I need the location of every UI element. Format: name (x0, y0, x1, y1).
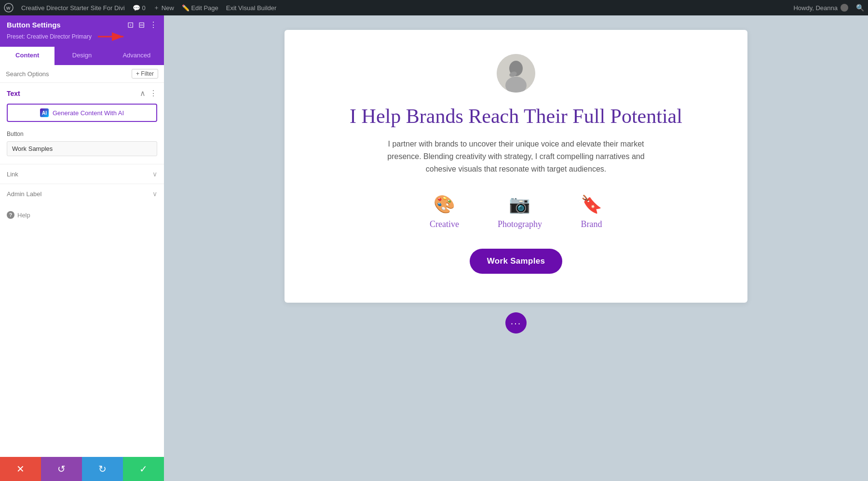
redo-button[interactable]: ↻ (82, 457, 123, 481)
cta-work-samples-button[interactable]: Work Samples (470, 249, 562, 274)
more-options-icon[interactable]: ⋮ (149, 20, 157, 29)
service-brand: 🔖 Brand (581, 194, 602, 229)
brand-bookmark-icon: 🔖 (581, 194, 602, 214)
panel-body: + Filter Text ∧ ⋮ AI Generate Content Wi… (0, 65, 164, 457)
service-photography-label: Photography (498, 219, 542, 229)
services-row: 🎨 Creative 📷 Photography 🔖 Brand (430, 194, 602, 229)
button-field-label: Button (0, 129, 164, 139)
link-section-title: Link (7, 171, 18, 178)
save-button[interactable]: ✓ (123, 457, 164, 481)
undo-button[interactable]: ↺ (41, 457, 82, 481)
text-section-title: Text (7, 90, 20, 97)
help-label: Help (17, 212, 30, 219)
red-arrow-icon (95, 31, 129, 42)
link-chevron-icon: ∨ (152, 170, 157, 178)
service-creative: 🎨 Creative (430, 194, 459, 229)
ai-icon: AI (40, 108, 49, 117)
service-creative-label: Creative (430, 219, 459, 229)
button-text-input[interactable] (7, 141, 157, 156)
comment-icon[interactable]: 💬 0 (133, 4, 146, 12)
left-panel: Button Settings ⊡ ⊟ ⋮ Preset: Creative D… (0, 15, 164, 481)
creative-palette-icon: 🎨 (434, 194, 455, 214)
svg-text:W: W (6, 6, 11, 11)
header-icon-group: ⊡ ⊟ ⋮ (127, 20, 157, 29)
admin-label-chevron-icon: ∨ (152, 190, 157, 198)
wordpress-icon: W (4, 3, 14, 13)
tab-content[interactable]: Content (0, 47, 54, 65)
tab-advanced[interactable]: Advanced (109, 47, 164, 65)
panel-header: Button Settings ⊡ ⊟ ⋮ Preset: Creative D… (0, 15, 164, 47)
responsive-icon[interactable]: ⊡ (127, 20, 134, 29)
filter-button[interactable]: + Filter (132, 69, 158, 79)
generate-ai-button[interactable]: AI Generate Content With AI (7, 104, 157, 122)
help-row[interactable]: ? Help (0, 203, 164, 227)
search-options-bar: + Filter (0, 65, 164, 83)
new-link[interactable]: ＋ New (153, 3, 174, 12)
pencil-icon: ✏️ (182, 4, 190, 12)
wp-admin-bar: W Creative Director Starter Site For Div… (0, 0, 868, 15)
photography-camera-icon: 📷 (509, 194, 530, 214)
admin-label-section-header[interactable]: Admin Label ∨ (0, 184, 164, 203)
admin-search-icon[interactable]: 🔍 (856, 4, 864, 12)
admin-label-title: Admin Label (7, 190, 41, 198)
user-howdy: Howdy, Deanna (793, 4, 848, 12)
exit-builder-link[interactable]: Exit Visual Builder (226, 4, 277, 12)
avatar (497, 54, 535, 93)
search-options-input[interactable] (6, 70, 128, 78)
edit-page-link[interactable]: ✏️ Edit Page (182, 4, 218, 12)
section-controls: ∧ ⋮ (140, 89, 157, 98)
page-preview: I Help Brands Reach Their Full Potential… (164, 15, 868, 481)
service-brand-label: Brand (581, 219, 602, 229)
floating-menu-button[interactable]: ··· (505, 312, 527, 334)
section-more-icon[interactable]: ⋮ (149, 89, 157, 98)
comment-bubble-icon: 💬 (133, 4, 140, 12)
hero-card: I Help Brands Reach Their Full Potential… (285, 30, 747, 303)
avatar (841, 4, 848, 12)
text-section-header: Text ∧ ⋮ (0, 83, 164, 102)
site-name[interactable]: Creative Director Starter Site For Divi (21, 4, 125, 12)
preset-row: Preset: Creative Director Primary (7, 31, 157, 42)
cancel-button[interactable]: ✕ (0, 457, 41, 481)
service-photography: 📷 Photography (498, 194, 542, 229)
layout-icon[interactable]: ⊟ (138, 20, 145, 29)
admin-label-section: Admin Label ∨ (0, 184, 164, 203)
hero-title: I Help Brands Reach Their Full Potential (350, 104, 682, 128)
link-section-header[interactable]: Link ∨ (0, 164, 164, 184)
avatar-image (497, 54, 535, 93)
hero-subtitle: I partner with brands to uncover their u… (371, 138, 661, 175)
panel-bottom-actions: ✕ ↺ ↻ ✓ (0, 457, 164, 481)
link-section: Link ∨ (0, 164, 164, 184)
panel-tabs: Content Design Advanced (0, 47, 164, 65)
section-collapse-icon[interactable]: ∧ (140, 89, 146, 98)
panel-title: Button Settings (7, 21, 61, 29)
help-circle-icon: ? (7, 211, 14, 219)
tab-design[interactable]: Design (54, 47, 109, 65)
